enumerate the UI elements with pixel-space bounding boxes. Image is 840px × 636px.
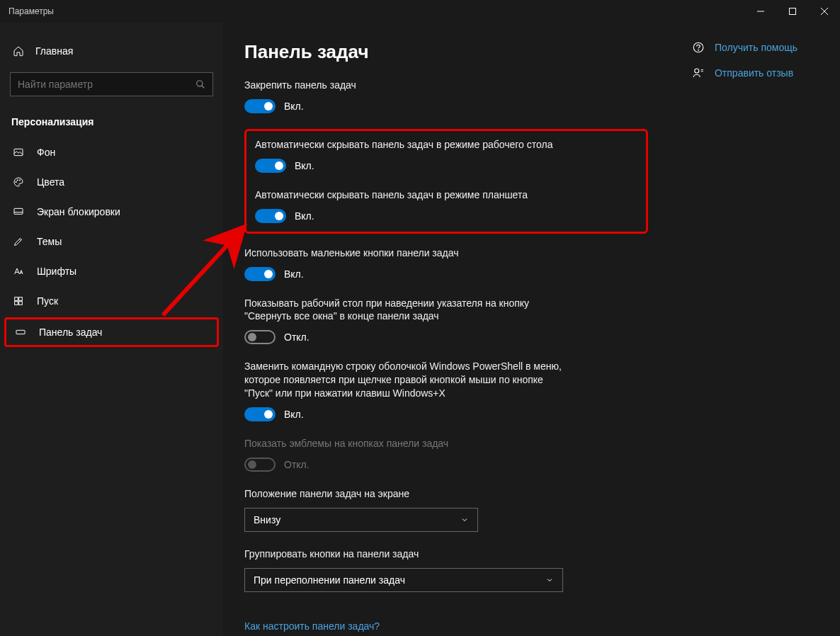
home-label: Главная [35,45,73,57]
chevron-down-icon [545,576,554,584]
toggle-small-buttons[interactable] [244,267,276,281]
home-nav[interactable]: Главная [0,37,223,65]
feedback-icon [692,67,705,79]
toggle-state: Вкл. [284,409,304,420]
toggle-powershell[interactable] [244,407,276,421]
toggle-state: Вкл. [284,101,304,112]
sidebar-item-start[interactable]: Пуск [0,286,223,316]
sidebar-item-background[interactable]: Фон [0,137,223,167]
toggle-peek-desktop[interactable] [244,330,276,344]
svg-rect-10 [14,208,23,214]
setting-lock-taskbar: Закрепить панель задач Вкл. [244,79,648,113]
setting-position: Положение панели задач на экране Внизу [244,487,648,532]
help-link-configure[interactable]: Как настроить панели задач? [244,620,380,632]
content: Панель задач Закрепить панель задач Вкл.… [223,23,840,636]
svg-rect-1 [789,8,795,15]
setting-label: Автоматически скрывать панель задач в ре… [255,188,574,202]
setting-small-buttons: Использовать маленькие кнопки панели зад… [244,246,648,281]
toggle-autohide-tablet[interactable] [255,209,286,223]
svg-point-8 [17,180,18,181]
svg-rect-14 [15,302,18,305]
toggle-state: Откл. [284,331,310,343]
brush-icon [13,236,24,247]
toggle-autohide-desktop[interactable] [255,159,286,173]
nav-label: Экран блокировки [37,206,120,217]
chevron-down-icon [460,516,469,524]
setting-autohide-desktop: Автоматически скрывать панель задач в ре… [255,138,637,173]
sidebar: Главная Персонализация Фон Цвета Экран б… [0,23,223,636]
aside-links: Получить помощь Отправить отзыв [692,41,819,618]
close-button[interactable] [808,0,840,23]
nav-label: Панель задач [39,326,102,338]
svg-point-18 [698,50,699,50]
svg-line-5 [202,86,205,89]
sidebar-item-themes[interactable]: Темы [0,227,223,256]
nav-label: Пуск [37,295,58,307]
search-input[interactable] [10,72,213,96]
minimize-button[interactable] [744,0,776,23]
sidebar-item-taskbar[interactable]: Панель задач [4,317,219,347]
nav-label: Цвета [37,176,64,188]
setting-autohide-tablet: Автоматически скрывать панель задач в ре… [255,188,637,223]
svg-rect-13 [19,297,23,301]
toggle-badges [244,458,276,472]
setting-badges: Показать эмблемы на кнопках панели задач… [244,437,648,472]
window-title: Параметры [8,6,54,16]
dropdown-position[interactable]: Внизу [244,508,478,532]
sidebar-item-lockscreen[interactable]: Экран блокировки [0,197,223,227]
home-icon [13,45,24,57]
get-help-link[interactable]: Получить помощь [692,41,798,54]
setting-label: Положение панели задач на экране [244,487,563,501]
taskbar-icon [15,326,26,338]
dropdown-value: При переполнении панели задач [254,574,405,586]
setting-label: Использовать маленькие кнопки панели зад… [244,246,563,260]
setting-label: Закрепить панель задач [244,79,563,92]
section-title: Персонализация [0,109,223,137]
setting-label: Автоматически скрывать панель задач в ре… [255,138,574,152]
svg-point-9 [19,180,20,181]
titlebar: Параметры [0,0,840,23]
search-field[interactable] [18,79,195,90]
nav-label: Шрифты [37,266,76,277]
svg-rect-15 [19,302,23,305]
toggle-state: Откл. [284,459,310,470]
dropdown-value: Внизу [254,514,280,526]
send-feedback-link[interactable]: Отправить отзыв [692,67,798,79]
feedback-text[interactable]: Отправить отзыв [715,67,793,79]
search-icon [195,79,205,89]
maximize-button[interactable] [776,0,808,23]
svg-point-4 [197,81,203,86]
setting-label: Заменить командную строку оболочкой Wind… [244,360,563,400]
annotation-highlight-box: Автоматически скрывать панель задач в ре… [244,129,648,234]
palette-icon [13,176,24,188]
toggle-state: Вкл. [295,160,314,171]
setting-peek-desktop: Показывать рабочий стол при наведении ук… [244,297,648,345]
start-icon [13,295,24,307]
setting-label: Показать эмблемы на кнопках панели задач [244,437,563,450]
toggle-state: Вкл. [295,210,314,222]
setting-label: Группировать кнопки на панели задач [244,547,563,561]
svg-rect-16 [16,330,25,334]
fonts-icon [13,266,24,277]
setting-powershell: Заменить командную строку оболочкой Wind… [244,360,648,421]
setting-label: Показывать рабочий стол при наведении ук… [244,297,563,324]
sidebar-item-fonts[interactable]: Шрифты [0,256,223,286]
toggle-lock[interactable] [244,99,276,113]
lockscreen-icon [13,206,24,217]
svg-point-17 [693,42,703,52]
svg-rect-12 [15,297,18,301]
nav-label: Фон [37,147,55,158]
svg-point-19 [695,69,699,73]
picture-icon [13,147,24,158]
help-text[interactable]: Получить помощь [715,42,798,53]
setting-combine: Группировать кнопки на панели задач При … [244,547,648,592]
dropdown-combine[interactable]: При переполнении панели задач [244,568,563,592]
page-title: Панель задач [244,41,648,63]
svg-point-7 [16,181,16,182]
nav-label: Темы [37,236,62,247]
sidebar-item-colors[interactable]: Цвета [0,167,223,197]
toggle-state: Вкл. [284,268,304,280]
help-icon [692,41,705,54]
